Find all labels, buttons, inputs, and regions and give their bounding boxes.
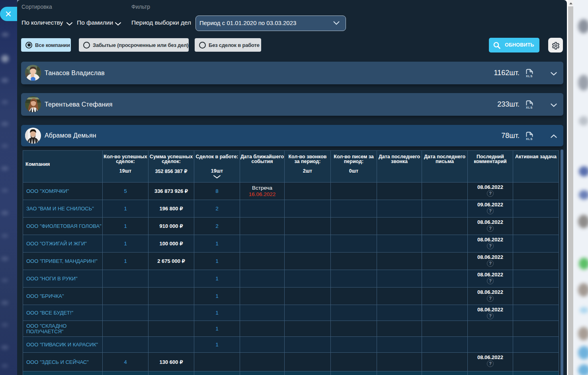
svg-text:XLS: XLS [526, 74, 533, 78]
svg-text:XLS: XLS [526, 106, 533, 109]
svg-text:XLS: XLS [526, 137, 533, 140]
